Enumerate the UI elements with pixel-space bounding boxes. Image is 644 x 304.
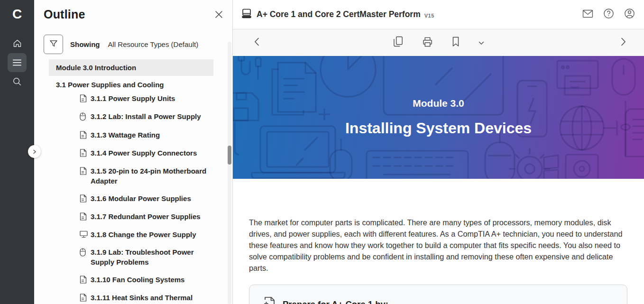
lesson-content: The market for computer parts is complic… [233, 179, 644, 304]
document-icon [80, 149, 87, 158]
outline-item-label: 3.1.4 Power Supply Connectors [91, 148, 197, 158]
mouse-icon [80, 248, 87, 258]
banner-title: Installing System Devices [345, 120, 532, 137]
content-toolbar [233, 29, 644, 56]
module-banner: Module 3.0 Installing System Devices [233, 56, 644, 179]
chevron-right-icon [32, 147, 37, 156]
course-book-icon [241, 8, 252, 21]
print-icon [422, 37, 433, 49]
document-icon [80, 294, 87, 303]
outline-item[interactable]: Module 3.0 Introduction [49, 59, 213, 76]
bookmark-icon [452, 37, 460, 49]
prepare-card: Prepare for A+ Core 1 by: [249, 285, 627, 304]
outline-item[interactable]: 3.1.9 Lab: Troubleshoot Power Supply Pro… [80, 247, 213, 267]
close-outline-button[interactable] [215, 10, 223, 20]
outline-item-label: 3.1.8 Change the Power Supply [91, 230, 196, 240]
home-button[interactable] [8, 34, 27, 53]
outline-scrollbar-thumb[interactable] [228, 146, 231, 165]
chevron-left-icon [254, 37, 259, 48]
outline-item[interactable]: 3.1.6 Modular Power Supplies [80, 193, 213, 204]
filter-showing-label: Showing [70, 40, 100, 48]
mouse-icon [80, 112, 87, 122]
close-icon [215, 12, 223, 20]
outline-scrollbar-track [228, 42, 231, 304]
banner-module-label: Module 3.0 [413, 98, 464, 109]
outline-item[interactable]: 3.1.11 Heat Sinks and Thermal [80, 293, 213, 303]
prepare-heading: Prepare for A+ Core 1 by: [283, 299, 388, 304]
search-button[interactable] [8, 72, 27, 91]
main-area: A+ Core 1 and Core 2 CertMaster Perform … [233, 0, 644, 304]
menu-icon [13, 59, 21, 66]
filter-value: All Resource Types (Default) [108, 40, 199, 48]
previous-page-button[interactable] [254, 37, 259, 48]
outline-item-label: 3.1.1 Power Supply Units [91, 93, 175, 103]
monitor-icon [80, 230, 87, 240]
outline-item[interactable]: 3.1.2 Lab: Install a Power Supply [80, 111, 213, 122]
document-icon [80, 276, 87, 285]
outline-item[interactable]: 3.1.10 Fan Cooling Systems [80, 275, 213, 285]
filter-button[interactable] [44, 35, 63, 54]
bookmark-menu-button[interactable] [478, 38, 484, 47]
outline-item[interactable]: 3.1.8 Change the Power Supply [80, 230, 213, 240]
outline-item-label: 3.1.7 Redundant Power Supplies [91, 212, 201, 221]
copy-button[interactable] [393, 36, 403, 49]
chevron-down-icon [478, 38, 484, 47]
outline-item[interactable]: 3.1 Power Supplies and Cooling [49, 76, 213, 93]
filter-funnel-icon [49, 39, 58, 50]
outline-item[interactable]: 3.1.3 Wattage Rating [80, 130, 213, 140]
outline-item-label: 3.1.10 Fan Cooling Systems [91, 275, 184, 285]
document-icon [80, 94, 87, 104]
mail-icon [582, 9, 593, 20]
help-button[interactable] [602, 9, 615, 21]
outline-item-label: 3.1 Power Supplies and Cooling [56, 80, 164, 90]
outline-item-label: 3.1.6 Modular Power Supplies [91, 193, 191, 203]
document-icon [80, 167, 87, 176]
print-button[interactable] [422, 37, 433, 49]
outline-item-label: 3.1.11 Heat Sinks and Thermal [91, 293, 193, 303]
account-button[interactable] [623, 9, 635, 21]
intro-paragraph: The market for computer parts is complic… [249, 217, 625, 274]
document-icon [80, 194, 87, 204]
next-page-button[interactable] [621, 37, 626, 48]
review-document-icon [262, 296, 276, 304]
panel-collapse-button[interactable] [28, 145, 41, 158]
document-icon [80, 131, 87, 140]
copy-icon [393, 36, 403, 49]
search-icon [12, 77, 22, 86]
outline-item[interactable]: 3.1.4 Power Supply Connectors [80, 148, 213, 158]
course-version-badge: V15 [424, 13, 434, 18]
outline-item-label: Module 3.0 Introduction [56, 63, 136, 73]
outline-item-label: 3.1.5 20-pin to 24-pin Motherboard Adapt… [91, 166, 207, 186]
home-icon [12, 38, 22, 48]
outline-item[interactable]: 3.1.1 Power Supply Units [80, 93, 213, 104]
account-icon [624, 8, 635, 21]
course-title: A+ Core 1 and Core 2 CertMaster Perform [257, 9, 421, 19]
outline-panel-title: Outline [44, 8, 85, 21]
outline-toggle-button[interactable] [8, 53, 27, 72]
outline-panel: Outline Showing All Resource Types (Defa… [34, 0, 233, 304]
outline-item[interactable]: 3.1.5 20-pin to 24-pin Motherboard Adapt… [80, 166, 213, 186]
outline-item[interactable]: 3.1.7 Redundant Power Supplies [80, 212, 213, 222]
brand-logo: C [0, 5, 34, 24]
help-icon [603, 8, 614, 21]
bookmark-button[interactable] [452, 37, 460, 49]
outline-list: Module 3.0 Introduction3.1 Power Supplie… [49, 59, 213, 303]
chevron-right-icon [621, 37, 626, 48]
course-header: A+ Core 1 and Core 2 CertMaster Perform … [233, 0, 644, 29]
outline-item-label: 3.1.3 Wattage Rating [91, 130, 160, 140]
document-icon [80, 212, 87, 222]
messages-button[interactable] [581, 9, 594, 21]
outline-item-label: 3.1.9 Lab: Troubleshoot Power Supply Pro… [91, 247, 207, 267]
outline-item-label: 3.1.2 Lab: Install a Power Supply [91, 111, 201, 121]
